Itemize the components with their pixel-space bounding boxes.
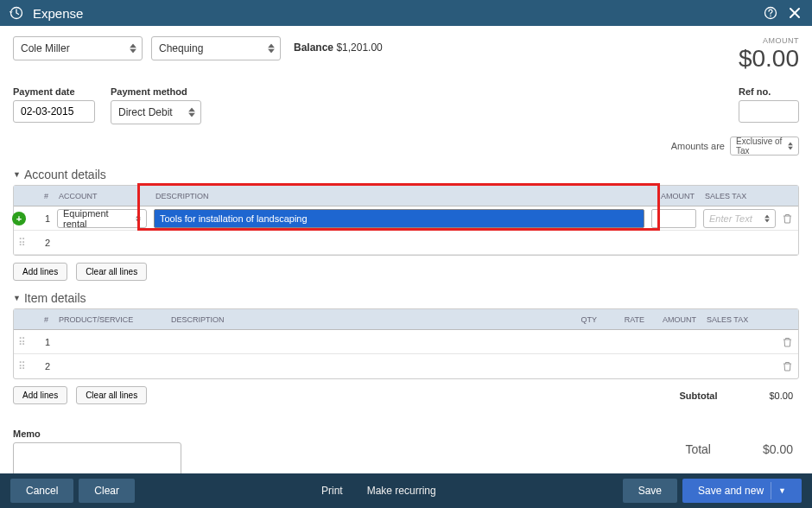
- table-row[interactable]: + ⠿ 1 Equipment rental Enter Text: [14, 206, 798, 231]
- delete-row-icon[interactable]: [779, 337, 798, 347]
- row-num: 1: [29, 213, 54, 224]
- account-grid-buttons: Add lines Clear all lines: [0, 256, 812, 288]
- balance-display: Balance $1,201.00: [294, 36, 383, 54]
- cancel-button[interactable]: Cancel: [10, 479, 73, 503]
- page-title: Expense: [33, 6, 755, 21]
- refno-input[interactable]: [739, 100, 799, 123]
- amount-block: AMOUNT $0.00: [739, 36, 799, 73]
- payment-date-label: Payment date: [13, 86, 95, 97]
- total-label: Total: [685, 442, 711, 456]
- account-details-grid: # ACCOUNT DESCRIPTION AMOUNT SALES TAX +…: [13, 185, 799, 256]
- payment-method-value: Direct Debit: [118, 106, 173, 118]
- refno-label: Ref no.: [739, 86, 799, 97]
- delete-row-icon[interactable]: [779, 213, 798, 224]
- amount-label: AMOUNT: [739, 36, 799, 45]
- titlebar: Expense: [0, 0, 812, 26]
- save-new-label: Save and new: [698, 485, 764, 497]
- bank-account-value: Chequing: [159, 42, 203, 54]
- account-details-header[interactable]: ▼ Account details: [0, 164, 812, 185]
- clear-button[interactable]: Clear: [79, 479, 135, 503]
- col-amount: AMOUNT: [648, 192, 700, 200]
- tax-mode-row: Amounts are Exclusive of Tax: [0, 133, 812, 164]
- delete-row-icon[interactable]: [779, 361, 798, 371]
- payee-value: Cole Miller: [21, 42, 70, 54]
- payment-method-label: Payment method: [111, 86, 201, 97]
- history-icon[interactable]: [9, 5, 24, 21]
- col-salestax: SALES TAX: [701, 315, 779, 324]
- balance-label: Balance: [294, 41, 333, 54]
- table-row[interactable]: ⠿ 2: [14, 231, 798, 255]
- clear-all-lines-button[interactable]: Clear all lines: [76, 263, 147, 281]
- account-details-title: Account details: [24, 168, 106, 181]
- col-product: PRODUCT/SERVICE: [54, 315, 166, 324]
- balance-value: $1,201.00: [336, 41, 382, 54]
- footer-bar: Cancel Clear Print Make recurring Save S…: [0, 473, 812, 508]
- top-row: Cole Miller Chequing Balance $1,201.00 A…: [0, 26, 812, 79]
- item-details-grid: # PRODUCT/SERVICE DESCRIPTION QTY RATE A…: [13, 308, 799, 379]
- collapse-icon: ▼: [13, 294, 21, 302]
- item-grid-buttons: Add lines Clear all lines: [0, 379, 160, 411]
- amounts-are-label: Amounts are: [671, 141, 725, 151]
- total-row: Total $0.00: [685, 442, 793, 456]
- subtotal-label: Subtotal: [679, 391, 717, 401]
- col-num: #: [29, 315, 54, 324]
- footer-center: Print Make recurring: [140, 485, 618, 497]
- col-rate: RATE: [602, 315, 650, 324]
- total-value: $0.00: [763, 442, 793, 456]
- col-description: DESCRIPTION: [166, 315, 559, 324]
- amount-value: $0.00: [739, 45, 799, 73]
- payment-date-group: Payment date: [13, 86, 95, 124]
- item-details-header[interactable]: ▼ Item details: [0, 288, 812, 308]
- form-row: Payment date Payment method Direct Debit…: [0, 79, 812, 133]
- payment-method-group: Payment method Direct Debit: [111, 86, 201, 124]
- add-lines-button[interactable]: Add lines: [13, 386, 67, 404]
- chevron-down-icon: ▼: [778, 486, 786, 495]
- row-num: 2: [29, 361, 54, 371]
- table-row[interactable]: ⠿ 1: [14, 330, 798, 354]
- salestax-placeholder: Enter Text: [709, 213, 752, 224]
- payment-date-input[interactable]: [13, 100, 95, 123]
- subtotal-value: $0.00: [769, 391, 793, 401]
- row-num: 2: [29, 238, 54, 248]
- description-input[interactable]: [154, 209, 644, 228]
- bank-account-select[interactable]: Chequing: [151, 36, 281, 60]
- col-account: ACCOUNT: [54, 192, 150, 200]
- drag-handle-icon[interactable]: ⠿: [14, 360, 29, 372]
- save-and-new-button[interactable]: Save and new ▼: [682, 479, 802, 503]
- col-amount: AMOUNT: [650, 315, 701, 324]
- close-icon[interactable]: [786, 4, 803, 22]
- collapse-icon: ▼: [13, 170, 21, 179]
- table-row[interactable]: ⠿ 2: [14, 354, 798, 378]
- grid-header: # PRODUCT/SERVICE DESCRIPTION QTY RATE A…: [14, 309, 798, 330]
- add-lines-button[interactable]: Add lines: [13, 263, 67, 281]
- svg-point-2: [770, 16, 771, 17]
- drag-handle-icon[interactable]: ⠿: [14, 336, 29, 348]
- refno-group: Ref no.: [739, 86, 799, 124]
- save-button[interactable]: Save: [623, 479, 677, 503]
- account-cell-value: Equipment rental: [63, 208, 130, 229]
- clear-all-lines-button[interactable]: Clear all lines: [76, 386, 147, 404]
- grid-header: # ACCOUNT DESCRIPTION AMOUNT SALES TAX: [14, 186, 798, 206]
- col-qty: QTY: [559, 315, 602, 324]
- add-row-icon[interactable]: +: [12, 212, 26, 225]
- make-recurring-link[interactable]: Make recurring: [367, 485, 436, 497]
- help-icon[interactable]: [762, 4, 779, 22]
- memo-label: Memo: [13, 429, 799, 439]
- print-link[interactable]: Print: [321, 485, 343, 497]
- amount-input[interactable]: [651, 209, 696, 228]
- tax-mode-value: Exclusive of Tax: [736, 137, 783, 156]
- salestax-cell-select[interactable]: Enter Text: [703, 209, 776, 228]
- col-num: #: [29, 192, 54, 200]
- item-details-title: Item details: [24, 291, 86, 305]
- subtotal-row: Subtotal $0.00: [160, 387, 812, 404]
- col-salestax: SALES TAX: [700, 192, 779, 200]
- account-cell-select[interactable]: Equipment rental: [57, 209, 147, 228]
- col-description: DESCRIPTION: [150, 192, 648, 200]
- payee-select[interactable]: Cole Miller: [13, 36, 143, 60]
- drag-handle-icon[interactable]: ⠿: [14, 237, 29, 249]
- tax-mode-select[interactable]: Exclusive of Tax: [730, 137, 799, 156]
- payment-method-select[interactable]: Direct Debit: [111, 100, 201, 124]
- row-num: 1: [29, 337, 54, 347]
